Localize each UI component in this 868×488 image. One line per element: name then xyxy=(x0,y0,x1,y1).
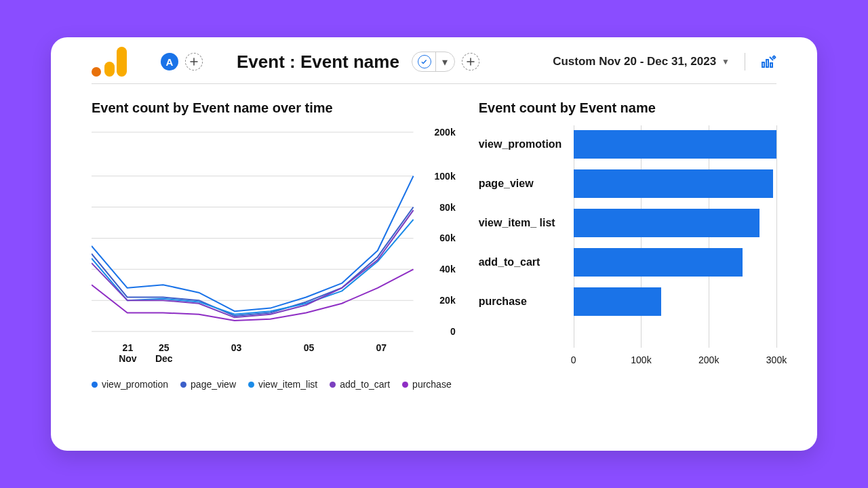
legend-item[interactable]: add_to_cart xyxy=(330,379,390,390)
chevron-down-icon: ▾ xyxy=(435,52,454,71)
legend-dot-icon xyxy=(92,382,98,388)
bar-fill xyxy=(574,209,760,237)
divider xyxy=(745,53,745,70)
bar-fill xyxy=(574,130,776,159)
bar-chart-title: Event count by Event name xyxy=(479,100,776,116)
line-chart-panel: Event count by Event name over time 020k… xyxy=(92,100,452,390)
date-range-label: Custom Nov 20 - Dec 31, 2023 xyxy=(553,55,716,68)
legend-item[interactable]: page_view xyxy=(180,379,236,390)
bar-row: page_view xyxy=(479,167,776,200)
bar-x-axis: 0100k200k300k xyxy=(574,354,776,368)
line-chart-legend: view_promotionpage_viewview_item_listadd… xyxy=(92,379,452,390)
bar-label: purchase xyxy=(479,296,574,308)
page-title: Event : Event name xyxy=(237,52,399,73)
legend-label: add_to_cart xyxy=(340,379,390,390)
bar-chart-panel: Event count by Event name view_promotion… xyxy=(479,100,776,390)
report-card: A Event : Event name ▾ Custom Nov 20 - D… xyxy=(51,37,817,451)
legend-dot-icon xyxy=(248,382,254,388)
svg-rect-2 xyxy=(770,63,772,67)
analytics-logo-icon xyxy=(92,47,127,77)
bar-row: purchase xyxy=(479,285,776,318)
bar-row: add_to_cart xyxy=(479,246,776,279)
bar-row: view_promotion xyxy=(479,128,776,161)
chevron-down-icon: ▼ xyxy=(722,57,730,66)
date-range-picker[interactable]: Custom Nov 20 - Dec 31, 2023 ▼ xyxy=(553,55,730,68)
legend-label: page_view xyxy=(191,379,236,390)
add-dimension-button[interactable] xyxy=(462,53,479,70)
svg-rect-1 xyxy=(766,60,768,67)
svg-rect-0 xyxy=(762,62,764,67)
bar-label: add_to_cart xyxy=(479,256,574,268)
line-chart: 020k40k60k80k100k200k 21Nov25Dec030507 xyxy=(92,128,452,352)
bar-chart: view_promotionpage_viewview_item_ listad… xyxy=(479,128,776,372)
dimension-chip[interactable]: ▾ xyxy=(412,52,455,72)
edit-chart-icon[interactable] xyxy=(760,54,776,70)
legend-label: view_promotion xyxy=(102,379,168,390)
bar-label: view_item_ list xyxy=(479,217,574,229)
add-segment-button[interactable] xyxy=(185,53,203,70)
bar-fill xyxy=(574,287,662,316)
legend-item[interactable]: view_promotion xyxy=(92,379,168,390)
topbar: A Event : Event name ▾ Custom Nov 20 - D… xyxy=(92,43,776,84)
bar-label: view_promotion xyxy=(479,138,574,150)
legend-label: purchase xyxy=(412,379,452,390)
legend-label: view_item_list xyxy=(258,379,317,390)
legend-item[interactable]: purchase xyxy=(402,379,452,390)
line-chart-title: Event count by Event name over time xyxy=(92,100,452,116)
bar-fill xyxy=(574,248,743,277)
legend-dot-icon xyxy=(402,382,408,388)
bar-label: page_view xyxy=(479,178,574,190)
legend-dot-icon xyxy=(330,382,336,388)
check-circle-icon xyxy=(418,55,431,68)
bar-row: view_item_ list xyxy=(479,207,776,239)
legend-item[interactable]: view_item_list xyxy=(248,379,317,390)
bar-fill xyxy=(574,169,773,198)
legend-dot-icon xyxy=(180,382,186,388)
segment-a-badge[interactable]: A xyxy=(161,53,178,70)
